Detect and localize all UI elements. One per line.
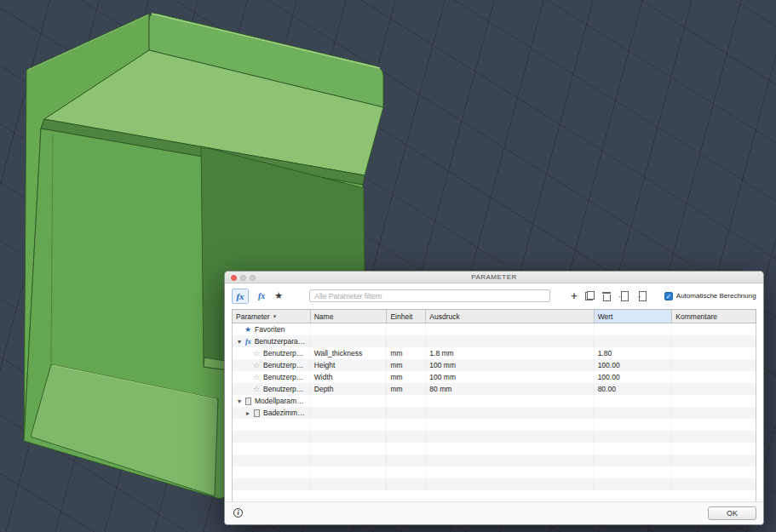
param-name[interactable]: Wall_thickness (311, 347, 388, 359)
param-unit[interactable]: mm (387, 383, 426, 395)
row-label: Benutzerp… (263, 349, 303, 358)
table-row-model-parameters-group[interactable]: ▾ Modellparam… (233, 395, 756, 407)
check-icon: ✓ (665, 293, 671, 300)
row-label: Benutzerp… (263, 361, 303, 369)
param-expression[interactable]: 80 mm (426, 383, 594, 395)
param-comment[interactable] (672, 359, 756, 371)
row-label: Badezimm… (263, 409, 305, 417)
param-expression[interactable]: 100 mm (426, 371, 594, 383)
document-icon (254, 409, 260, 417)
param-expression[interactable]: 100 mm (426, 359, 594, 371)
maximize-icon[interactable] (250, 275, 256, 281)
table-row-user-parameters-group[interactable]: ▾ fx Benutzerpara… (233, 335, 756, 347)
table-row-height[interactable]: ☆ Benutzerp… Height mm 100 mm 100.00 (233, 359, 756, 371)
param-comment[interactable] (672, 347, 756, 359)
close-icon[interactable] (231, 275, 237, 281)
table-row-empty (233, 466, 756, 478)
favorite-toggle-star-icon[interactable]: ☆ (253, 349, 260, 358)
table-row-badezimmer[interactable]: ▸ Badezimm… (233, 407, 756, 419)
column-header-parameter[interactable]: Parameter ▾ (233, 310, 311, 323)
favorite-toggle-star-icon[interactable]: ☆ (253, 385, 260, 393)
parameter-filter-input[interactable] (309, 289, 550, 302)
fx-icon: fx (236, 291, 244, 301)
param-name[interactable]: Depth (311, 383, 388, 395)
auto-calc-checkbox[interactable]: ✓ (664, 292, 673, 300)
delete-parameter-icon[interactable] (602, 291, 611, 300)
favorites-star-icon: ★ (244, 325, 251, 334)
table-row-empty (233, 455, 756, 466)
document-icon (245, 398, 251, 405)
caret-right-icon[interactable]: ▸ (246, 409, 254, 417)
param-unit[interactable]: mm (387, 347, 426, 359)
add-parameter-icon[interactable]: + (571, 291, 578, 300)
row-label: Modellparam… (255, 397, 304, 405)
table-row-depth[interactable]: ☆ Benutzerp… Depth mm 80 mm 80.00 (233, 383, 756, 395)
column-header-kommentare[interactable]: Kommentare (672, 310, 756, 323)
param-value: 1.80 (595, 347, 673, 359)
caret-down-icon[interactable]: ▾ (238, 338, 245, 346)
table-row-wall-thickness[interactable]: ☆ Benutzerp… Wall_thickness mm 1.8 mm 1.… (233, 347, 756, 359)
parameter-table: Parameter ▾ Name Einheit Ausdruck Wert K… (232, 309, 756, 504)
row-label: Benutzerp… (263, 373, 303, 381)
dialog-footer: i OK (225, 501, 763, 524)
column-header-ausdruck[interactable]: Ausdruck (426, 310, 594, 323)
chevron-down-icon[interactable]: ▾ (273, 313, 277, 320)
column-header-name[interactable]: Name (311, 310, 388, 323)
table-row-width[interactable]: ☆ Benutzerp… Width mm 100 mm 100.00 (233, 371, 756, 383)
import-parameters-icon[interactable] (618, 291, 629, 300)
fx-icon: fx (245, 338, 251, 346)
table-row-empty (233, 443, 756, 455)
param-comment[interactable] (672, 371, 756, 383)
dialog-titlebar[interactable]: PARAMETER (225, 272, 763, 283)
param-unit[interactable]: mm (387, 371, 426, 383)
param-value: 100.00 (595, 371, 673, 383)
dialog-title: PARAMETER (225, 272, 763, 283)
column-header-wert[interactable]: Wert (595, 310, 673, 323)
param-value: 80.00 (595, 383, 673, 395)
row-label: Favoriten (255, 325, 285, 334)
new-parameter-fx-icon[interactable]: fx (258, 291, 265, 300)
favorite-toggle-star-icon[interactable]: ☆ (253, 373, 260, 381)
table-row-empty (233, 478, 756, 490)
export-parameters-icon[interactable] (636, 291, 647, 300)
info-icon[interactable]: i (233, 508, 243, 518)
column-header-einheit[interactable]: Einheit (387, 310, 426, 323)
param-comment[interactable] (672, 383, 756, 395)
table-header: Parameter ▾ Name Einheit Ausdruck Wert K… (232, 309, 756, 323)
param-unit[interactable]: mm (387, 359, 426, 371)
auto-calc-label: Automatische Berechnung (676, 292, 756, 300)
row-label: Benutzerpara… (255, 337, 306, 346)
ok-button[interactable]: OK (708, 506, 756, 520)
copy-parameter-icon[interactable] (585, 291, 595, 300)
param-expression[interactable]: 1.8 mm (426, 347, 594, 359)
table-row-favorites[interactable]: ★ Favoriten (233, 323, 756, 335)
parameter-dialog: PARAMETER fx fx ★ + ✓ Automatische Berec… (224, 271, 764, 525)
dialog-toolbar: fx fx ★ + ✓ Automatische Berechnung (225, 283, 763, 308)
table-row-empty (233, 419, 756, 431)
user-parameters-button[interactable]: fx (232, 289, 249, 304)
row-label: Benutzerp… (263, 385, 303, 393)
minimize-icon[interactable] (240, 275, 246, 281)
favorites-filter-star-icon[interactable]: ★ (274, 291, 283, 300)
caret-down-icon[interactable]: ▾ (238, 398, 245, 405)
favorite-toggle-star-icon[interactable]: ☆ (253, 361, 260, 369)
param-name[interactable]: Width (311, 371, 388, 383)
table-body: ★ Favoriten ▾ fx Benutzerpara… ☆ Benutze… (232, 323, 756, 504)
param-value: 100.00 (595, 359, 673, 371)
table-row-empty (233, 431, 756, 443)
param-name[interactable]: Height (311, 359, 388, 371)
